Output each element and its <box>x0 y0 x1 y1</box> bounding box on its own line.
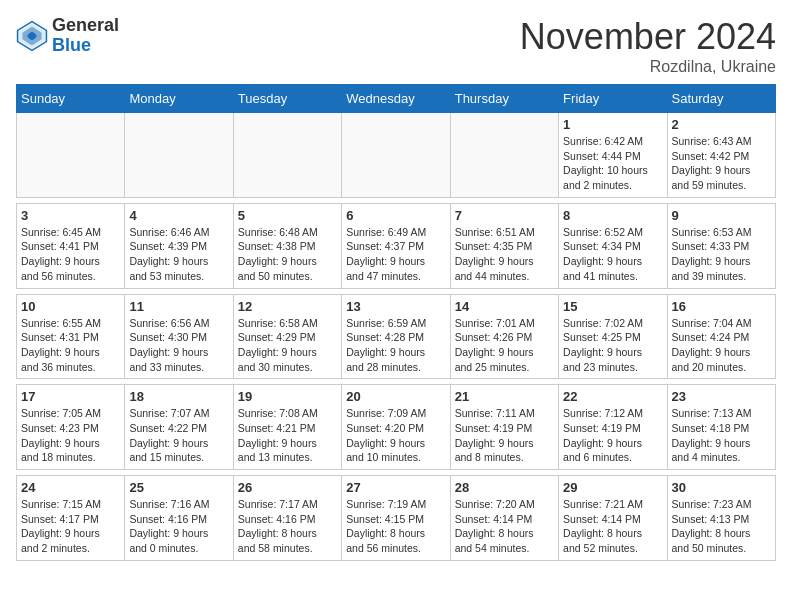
table-row: 2Sunrise: 6:43 AM Sunset: 4:42 PM Daylig… <box>667 113 775 198</box>
day-info: Sunrise: 6:48 AM Sunset: 4:38 PM Dayligh… <box>238 225 337 284</box>
day-number: 2 <box>672 117 771 132</box>
location: Rozdilna, Ukraine <box>520 58 776 76</box>
table-row: 9Sunrise: 6:53 AM Sunset: 4:33 PM Daylig… <box>667 203 775 288</box>
table-row: 17Sunrise: 7:05 AM Sunset: 4:23 PM Dayli… <box>17 385 125 470</box>
day-number: 14 <box>455 299 554 314</box>
header-sunday: Sunday <box>17 85 125 113</box>
calendar-week-row: 17Sunrise: 7:05 AM Sunset: 4:23 PM Dayli… <box>17 385 776 470</box>
day-info: Sunrise: 7:04 AM Sunset: 4:24 PM Dayligh… <box>672 316 771 375</box>
day-info: Sunrise: 6:43 AM Sunset: 4:42 PM Dayligh… <box>672 134 771 193</box>
table-row: 25Sunrise: 7:16 AM Sunset: 4:16 PM Dayli… <box>125 476 233 561</box>
header-tuesday: Tuesday <box>233 85 341 113</box>
table-row: 18Sunrise: 7:07 AM Sunset: 4:22 PM Dayli… <box>125 385 233 470</box>
calendar-week-row: 1Sunrise: 6:42 AM Sunset: 4:44 PM Daylig… <box>17 113 776 198</box>
day-info: Sunrise: 6:59 AM Sunset: 4:28 PM Dayligh… <box>346 316 445 375</box>
day-number: 28 <box>455 480 554 495</box>
day-number: 27 <box>346 480 445 495</box>
title-area: November 2024 Rozdilna, Ukraine <box>520 16 776 76</box>
day-number: 25 <box>129 480 228 495</box>
table-row: 6Sunrise: 6:49 AM Sunset: 4:37 PM Daylig… <box>342 203 450 288</box>
table-row: 28Sunrise: 7:20 AM Sunset: 4:14 PM Dayli… <box>450 476 558 561</box>
weekday-header-row: Sunday Monday Tuesday Wednesday Thursday… <box>17 85 776 113</box>
day-info: Sunrise: 7:02 AM Sunset: 4:25 PM Dayligh… <box>563 316 662 375</box>
day-number: 8 <box>563 208 662 223</box>
day-number: 22 <box>563 389 662 404</box>
table-row: 8Sunrise: 6:52 AM Sunset: 4:34 PM Daylig… <box>559 203 667 288</box>
day-info: Sunrise: 7:13 AM Sunset: 4:18 PM Dayligh… <box>672 406 771 465</box>
day-info: Sunrise: 7:11 AM Sunset: 4:19 PM Dayligh… <box>455 406 554 465</box>
day-number: 30 <box>672 480 771 495</box>
table-row: 1Sunrise: 6:42 AM Sunset: 4:44 PM Daylig… <box>559 113 667 198</box>
calendar-week-row: 3Sunrise: 6:45 AM Sunset: 4:41 PM Daylig… <box>17 203 776 288</box>
header-thursday: Thursday <box>450 85 558 113</box>
day-info: Sunrise: 6:53 AM Sunset: 4:33 PM Dayligh… <box>672 225 771 284</box>
table-row: 22Sunrise: 7:12 AM Sunset: 4:19 PM Dayli… <box>559 385 667 470</box>
table-row: 27Sunrise: 7:19 AM Sunset: 4:15 PM Dayli… <box>342 476 450 561</box>
day-info: Sunrise: 6:52 AM Sunset: 4:34 PM Dayligh… <box>563 225 662 284</box>
day-number: 26 <box>238 480 337 495</box>
day-info: Sunrise: 7:12 AM Sunset: 4:19 PM Dayligh… <box>563 406 662 465</box>
header: General Blue November 2024 Rozdilna, Ukr… <box>16 16 776 76</box>
day-number: 17 <box>21 389 120 404</box>
day-number: 13 <box>346 299 445 314</box>
calendar-week-row: 24Sunrise: 7:15 AM Sunset: 4:17 PM Dayli… <box>17 476 776 561</box>
logo-icon <box>16 20 48 52</box>
day-number: 10 <box>21 299 120 314</box>
day-info: Sunrise: 7:07 AM Sunset: 4:22 PM Dayligh… <box>129 406 228 465</box>
table-row: 14Sunrise: 7:01 AM Sunset: 4:26 PM Dayli… <box>450 294 558 379</box>
day-info: Sunrise: 6:46 AM Sunset: 4:39 PM Dayligh… <box>129 225 228 284</box>
logo-text: General Blue <box>52 16 119 56</box>
table-row: 29Sunrise: 7:21 AM Sunset: 4:14 PM Dayli… <box>559 476 667 561</box>
day-number: 7 <box>455 208 554 223</box>
header-wednesday: Wednesday <box>342 85 450 113</box>
day-info: Sunrise: 6:42 AM Sunset: 4:44 PM Dayligh… <box>563 134 662 193</box>
table-row: 7Sunrise: 6:51 AM Sunset: 4:35 PM Daylig… <box>450 203 558 288</box>
day-number: 21 <box>455 389 554 404</box>
day-number: 24 <box>21 480 120 495</box>
day-info: Sunrise: 7:21 AM Sunset: 4:14 PM Dayligh… <box>563 497 662 556</box>
day-number: 19 <box>238 389 337 404</box>
day-info: Sunrise: 7:17 AM Sunset: 4:16 PM Dayligh… <box>238 497 337 556</box>
day-number: 9 <box>672 208 771 223</box>
day-info: Sunrise: 6:55 AM Sunset: 4:31 PM Dayligh… <box>21 316 120 375</box>
day-number: 23 <box>672 389 771 404</box>
day-number: 15 <box>563 299 662 314</box>
table-row <box>450 113 558 198</box>
day-number: 11 <box>129 299 228 314</box>
day-number: 20 <box>346 389 445 404</box>
day-number: 16 <box>672 299 771 314</box>
day-info: Sunrise: 6:58 AM Sunset: 4:29 PM Dayligh… <box>238 316 337 375</box>
table-row: 13Sunrise: 6:59 AM Sunset: 4:28 PM Dayli… <box>342 294 450 379</box>
day-info: Sunrise: 6:49 AM Sunset: 4:37 PM Dayligh… <box>346 225 445 284</box>
table-row: 5Sunrise: 6:48 AM Sunset: 4:38 PM Daylig… <box>233 203 341 288</box>
day-info: Sunrise: 7:23 AM Sunset: 4:13 PM Dayligh… <box>672 497 771 556</box>
table-row <box>17 113 125 198</box>
table-row: 3Sunrise: 6:45 AM Sunset: 4:41 PM Daylig… <box>17 203 125 288</box>
table-row: 15Sunrise: 7:02 AM Sunset: 4:25 PM Dayli… <box>559 294 667 379</box>
table-row: 16Sunrise: 7:04 AM Sunset: 4:24 PM Dayli… <box>667 294 775 379</box>
table-row <box>342 113 450 198</box>
table-row <box>233 113 341 198</box>
day-info: Sunrise: 7:15 AM Sunset: 4:17 PM Dayligh… <box>21 497 120 556</box>
calendar-week-row: 10Sunrise: 6:55 AM Sunset: 4:31 PM Dayli… <box>17 294 776 379</box>
table-row: 21Sunrise: 7:11 AM Sunset: 4:19 PM Dayli… <box>450 385 558 470</box>
day-info: Sunrise: 6:51 AM Sunset: 4:35 PM Dayligh… <box>455 225 554 284</box>
day-number: 6 <box>346 208 445 223</box>
calendar: Sunday Monday Tuesday Wednesday Thursday… <box>16 84 776 561</box>
day-info: Sunrise: 7:08 AM Sunset: 4:21 PM Dayligh… <box>238 406 337 465</box>
table-row: 26Sunrise: 7:17 AM Sunset: 4:16 PM Dayli… <box>233 476 341 561</box>
table-row: 4Sunrise: 6:46 AM Sunset: 4:39 PM Daylig… <box>125 203 233 288</box>
table-row: 10Sunrise: 6:55 AM Sunset: 4:31 PM Dayli… <box>17 294 125 379</box>
logo: General Blue <box>16 16 119 56</box>
day-info: Sunrise: 7:20 AM Sunset: 4:14 PM Dayligh… <box>455 497 554 556</box>
day-info: Sunrise: 7:09 AM Sunset: 4:20 PM Dayligh… <box>346 406 445 465</box>
day-number: 29 <box>563 480 662 495</box>
day-info: Sunrise: 7:01 AM Sunset: 4:26 PM Dayligh… <box>455 316 554 375</box>
table-row <box>125 113 233 198</box>
table-row: 12Sunrise: 6:58 AM Sunset: 4:29 PM Dayli… <box>233 294 341 379</box>
table-row: 23Sunrise: 7:13 AM Sunset: 4:18 PM Dayli… <box>667 385 775 470</box>
day-info: Sunrise: 7:19 AM Sunset: 4:15 PM Dayligh… <box>346 497 445 556</box>
month-title: November 2024 <box>520 16 776 58</box>
day-info: Sunrise: 7:05 AM Sunset: 4:23 PM Dayligh… <box>21 406 120 465</box>
header-saturday: Saturday <box>667 85 775 113</box>
